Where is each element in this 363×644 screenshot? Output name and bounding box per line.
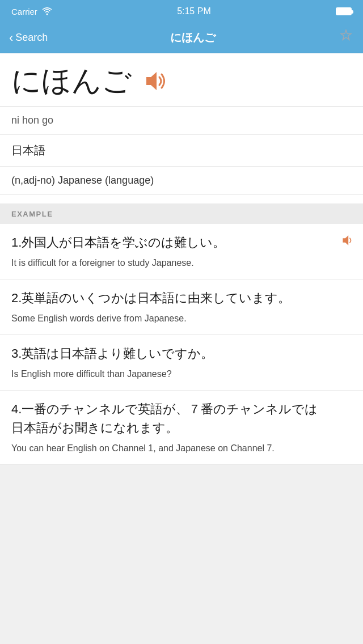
small-speaker-icon	[340, 234, 354, 247]
status-right	[336, 7, 352, 15]
svg-point-0	[46, 14, 48, 15]
nav-title: にほんご	[170, 30, 216, 45]
svg-marker-2	[343, 235, 348, 245]
example-english: Some English words derive from Japanese.	[11, 312, 352, 325]
status-bar: Carrier 5:15 PM	[0, 0, 363, 23]
examples-list: 1.外国人が日本語を学ぶのは難しい。It is difficult for a …	[0, 224, 363, 465]
word-definition-row: (n,adj-no) Japanese (language)	[0, 167, 363, 195]
svg-marker-1	[146, 72, 157, 90]
word-kanji: 日本語	[11, 144, 45, 156]
status-time: 5:15 PM	[177, 6, 211, 16]
speaker-icon	[142, 70, 167, 92]
word-speaker-button[interactable]	[142, 70, 167, 92]
battery-icon	[336, 7, 352, 15]
word-definition: (n,adj-no) Japanese (language)	[11, 175, 154, 186]
status-left: Carrier	[11, 7, 52, 16]
nav-bar: ‹ Search にほんご	[0, 23, 363, 53]
example-section-header: EXAMPLE	[0, 204, 363, 224]
example-item: 4.一番のチャンネルで英語が、７番のチャンネルでは日本語がお聞きになれます。Yo…	[0, 391, 363, 465]
example-item: 3.英語は日本語より難しいですか。Is English more difficu…	[0, 335, 363, 391]
example-japanese: 4.一番のチャンネルで英語が、７番のチャンネルでは日本語がお聞きになれます。	[11, 400, 352, 437]
example-japanese: 1.外国人が日本語を学ぶのは難しい。	[11, 233, 352, 252]
word-kanji-row: 日本語	[0, 135, 363, 167]
word-reading-row: ni hon go	[0, 107, 363, 135]
word-reading: ni hon go	[11, 115, 53, 126]
example-speaker-button[interactable]	[340, 234, 354, 249]
back-button[interactable]: ‹ Search	[9, 32, 48, 44]
star-icon	[338, 28, 354, 44]
section-header-label: EXAMPLE	[11, 210, 53, 218]
spacer-row	[0, 195, 363, 204]
example-japanese: 2.英単語のいくつかは日本語に由来しています。	[11, 289, 352, 307]
back-label: Search	[15, 32, 48, 44]
example-item: 2.英単語のいくつかは日本語に由来しています。Some English word…	[0, 279, 363, 335]
word-japanese: にほんご	[11, 65, 132, 97]
example-japanese: 3.英語は日本語より難しいですか。	[11, 344, 352, 363]
word-header: にほんご	[0, 53, 363, 107]
example-item: 1.外国人が日本語を学ぶのは難しい。It is difficult for a …	[0, 224, 363, 279]
carrier-label: Carrier	[11, 7, 37, 16]
example-english: Is English more difficult than Japanese?	[11, 367, 352, 381]
example-english: You can hear English on Channel 1, and J…	[11, 442, 352, 455]
bookmark-button[interactable]	[338, 28, 354, 48]
wifi-icon	[42, 7, 52, 15]
example-english: It is difficult for a foreigner to study…	[11, 256, 352, 270]
back-chevron-icon: ‹	[9, 32, 13, 44]
